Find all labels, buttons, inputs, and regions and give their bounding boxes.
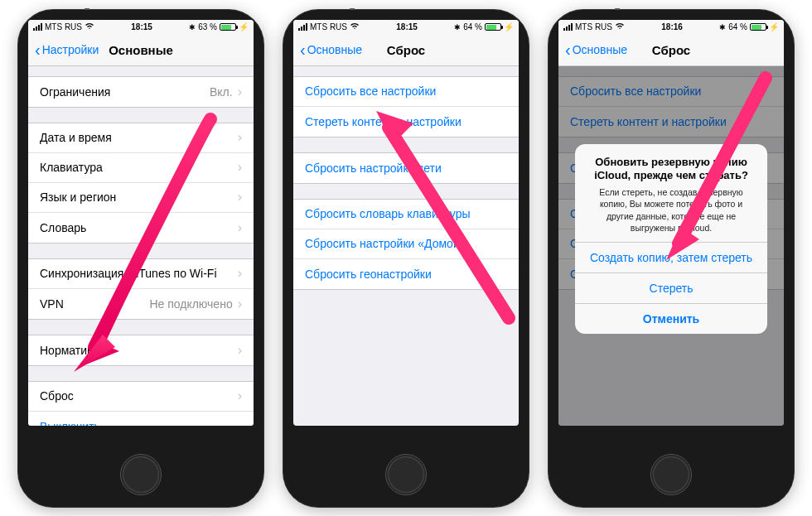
chevron-right-icon: › — [238, 343, 242, 358]
row-restrictions[interactable]: Ограничения Вкл. › — [28, 77, 254, 107]
status-bar: MTS RUS 18:15 ✱ 64 % ⚡ — [293, 20, 519, 35]
alert-btn-erase[interactable]: Стереть — [575, 272, 767, 303]
alert-message: Если стереть, не создав резервную копию,… — [587, 186, 756, 234]
row-vpn[interactable]: VPNНе подключено› — [28, 289, 254, 319]
page-title: Основные — [28, 43, 254, 57]
signal-icon — [298, 23, 307, 31]
battery-icon — [220, 23, 236, 31]
bluetooth-icon: ✱ — [719, 23, 726, 31]
phone-frame-2: MTS RUS 18:15 ✱ 64 % ⚡ ‹ Основные Сброс … — [283, 10, 529, 507]
wifi-icon — [85, 22, 94, 31]
screen-2: MTS RUS 18:15 ✱ 64 % ⚡ ‹ Основные Сброс … — [293, 20, 519, 426]
charging-icon: ⚡ — [239, 22, 249, 31]
battery-percent: 64 % — [728, 22, 747, 31]
row-reset[interactable]: Сброс› — [28, 382, 254, 412]
status-bar: MTS RUS 18:16 ✱ 64 % ⚡ — [558, 20, 784, 35]
chevron-right-icon: › — [238, 160, 242, 175]
row-regulatory[interactable]: Нормативы› — [28, 335, 254, 365]
row-keyboard[interactable]: Клавиатура› — [28, 153, 254, 183]
screen-1: MTS RUS 18:15 ✱ 63 % ⚡ ‹ Настройки Основ… — [28, 20, 254, 426]
page-title: Сброс — [558, 43, 784, 57]
alert-btn-backup-erase[interactable]: Создать копию, затем стереть — [575, 242, 767, 272]
chevron-right-icon: › — [238, 84, 242, 99]
phone-frame-1: MTS RUS 18:15 ✱ 63 % ⚡ ‹ Настройки Основ… — [18, 10, 263, 507]
row-erase-all[interactable]: Стереть контент и настройки — [293, 107, 519, 137]
home-button[interactable] — [385, 454, 427, 495]
battery-percent: 64 % — [463, 22, 482, 31]
alert-dialog: Обновить резервную копию iCloud, прежде … — [575, 144, 767, 334]
screen-3: MTS RUS 18:16 ✱ 64 % ⚡ ‹ Основные Сброс … — [558, 20, 784, 426]
row-reset-home[interactable]: Сбросить настройки «Домой» — [293, 229, 519, 259]
row-reset-keyboard-dict[interactable]: Сбросить словарь клавиатуры — [293, 200, 519, 229]
status-bar: MTS RUS 18:15 ✱ 63 % ⚡ — [28, 20, 254, 35]
signal-icon — [33, 23, 42, 31]
wifi-icon — [350, 22, 360, 31]
chevron-right-icon: › — [238, 266, 242, 281]
row-reset-location[interactable]: Сбросить геонастройки — [293, 259, 519, 289]
bluetooth-icon: ✱ — [454, 23, 461, 31]
charging-icon: ⚡ — [504, 22, 514, 31]
bluetooth-icon: ✱ — [189, 23, 196, 31]
wifi-icon — [615, 22, 625, 31]
carrier-label: MTS RUS — [310, 22, 347, 31]
row-itunes-wifi[interactable]: Синхронизация с iTunes по Wi-Fi› — [28, 259, 254, 289]
alert-title: Обновить резервную копию iCloud, прежде … — [587, 156, 756, 184]
clock: 18:16 — [661, 22, 683, 31]
row-reset-network[interactable]: Сбросить настройки сети — [293, 153, 519, 183]
alert-btn-cancel[interactable]: Отменить — [575, 303, 767, 334]
row-reset-all[interactable]: Сбросить все настройки — [293, 77, 519, 107]
home-button[interactable] — [120, 454, 162, 495]
row-datetime[interactable]: Дата и время› — [28, 123, 254, 153]
row-language[interactable]: Язык и регион› — [28, 183, 254, 213]
chevron-right-icon: › — [238, 130, 242, 145]
settings-list: Ограничения Вкл. › Дата и время› Клавиат… — [28, 66, 254, 426]
chevron-right-icon: › — [238, 297, 242, 311]
reset-list: Сбросить все настройки Стереть контент и… — [293, 66, 519, 426]
nav-bar: ‹ Основные Сброс — [293, 35, 519, 66]
nav-bar: ‹ Основные Сброс — [558, 35, 784, 66]
clock: 18:15 — [131, 22, 152, 31]
charging-icon: ⚡ — [769, 22, 779, 31]
clock: 18:15 — [396, 22, 418, 31]
nav-bar: ‹ Настройки Основные — [28, 35, 254, 66]
battery-icon — [485, 23, 501, 31]
battery-icon — [750, 23, 766, 31]
row-shutdown[interactable]: Выключить — [28, 412, 254, 426]
signal-icon — [563, 23, 573, 31]
row-dictionary[interactable]: Словарь› — [28, 213, 254, 243]
chevron-right-icon: › — [238, 388, 242, 403]
chevron-right-icon: › — [238, 190, 242, 205]
phone-frame-3: MTS RUS 18:16 ✱ 64 % ⚡ ‹ Основные Сброс … — [549, 10, 794, 507]
carrier-label: MTS RUS — [45, 22, 82, 31]
page-title: Сброс — [293, 43, 519, 57]
chevron-right-icon: › — [238, 220, 242, 235]
carrier-label: MTS RUS — [575, 22, 612, 31]
battery-percent: 63 % — [198, 22, 217, 31]
home-button[interactable] — [650, 454, 692, 495]
